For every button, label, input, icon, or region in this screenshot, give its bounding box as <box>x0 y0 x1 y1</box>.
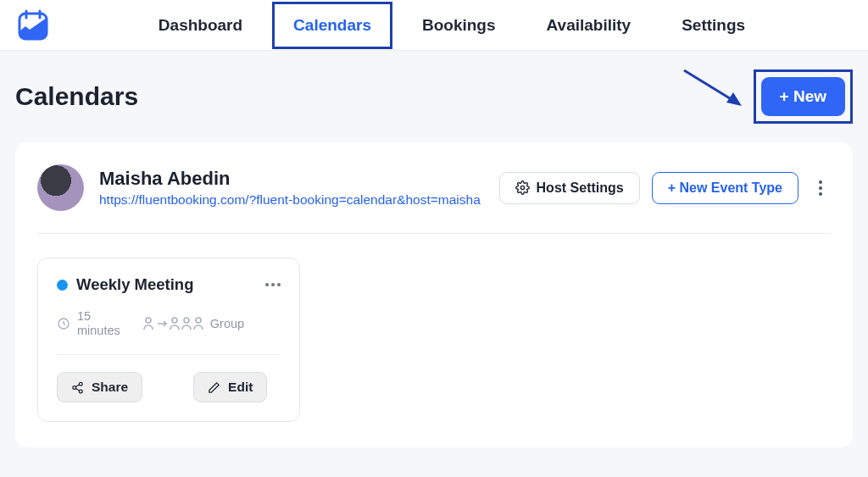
share-icon <box>71 381 84 394</box>
host-avatar[interactable] <box>37 164 84 211</box>
page-header: Calendars + New <box>15 69 853 124</box>
new-event-type-button[interactable]: + New Event Type <box>652 172 798 204</box>
nav-calendars[interactable]: Calendars <box>272 2 392 49</box>
event-list: Weekly Meeting 15 minutes <box>37 234 831 422</box>
event-footer: Share Edit <box>57 372 281 402</box>
pencil-icon <box>208 381 220 394</box>
app-logo[interactable] <box>15 8 51 43</box>
event-more-menu[interactable] <box>265 283 281 286</box>
svg-point-13 <box>79 390 82 393</box>
host-name: Maisha Abedin <box>99 168 484 190</box>
svg-point-10 <box>196 318 201 323</box>
clock-icon <box>57 317 70 330</box>
event-type: Group <box>142 316 244 331</box>
host-card: Maisha Abedin https://fluentbooking.com/… <box>15 142 853 447</box>
nav-settings[interactable]: Settings <box>660 2 766 49</box>
edit-button[interactable]: Edit <box>193 372 267 402</box>
event-type-label: Group <box>210 317 244 330</box>
group-icon <box>142 316 203 331</box>
svg-line-3 <box>684 70 737 103</box>
svg-point-5 <box>520 186 524 189</box>
main-nav: Dashboard Calendars Bookings Availabilit… <box>51 2 853 49</box>
svg-point-9 <box>184 318 189 323</box>
new-event-type-label: + New Event Type <box>668 180 782 196</box>
event-duration: 15 minutes <box>57 309 120 337</box>
host-settings-button[interactable]: Host Settings <box>499 172 640 204</box>
svg-point-11 <box>79 382 82 385</box>
new-calendar-button[interactable]: + New <box>761 77 845 116</box>
host-url-link[interactable]: https://fluentbooking.com/?fluent-bookin… <box>99 192 484 208</box>
event-card[interactable]: Weekly Meeting 15 minutes <box>37 258 300 422</box>
page-title: Calendars <box>15 82 138 111</box>
edit-label: Edit <box>228 380 253 395</box>
svg-marker-4 <box>726 92 742 106</box>
gear-icon <box>515 180 530 195</box>
new-button-highlight: + New <box>754 69 853 124</box>
svg-point-7 <box>146 318 151 323</box>
host-header: Maisha Abedin https://fluentbooking.com/… <box>37 164 831 234</box>
host-more-menu[interactable] <box>810 178 831 198</box>
svg-point-12 <box>73 385 76 389</box>
svg-line-14 <box>75 388 79 391</box>
nav-bookings[interactable]: Bookings <box>401 2 517 49</box>
event-title: Weekly Meeting <box>76 275 193 294</box>
event-color-dot <box>57 280 68 291</box>
event-duration-unit: minutes <box>77 324 120 338</box>
host-info: Maisha Abedin https://fluentbooking.com/… <box>99 168 484 208</box>
host-actions: Host Settings + New Event Type <box>499 172 831 204</box>
annotation-arrow-icon <box>681 67 748 114</box>
nav-dashboard[interactable]: Dashboard <box>137 2 264 49</box>
event-head: Weekly Meeting <box>57 275 281 294</box>
topbar: Dashboard Calendars Bookings Availabilit… <box>0 0 868 51</box>
event-meta: 15 minutes Group <box>57 309 281 355</box>
host-settings-label: Host Settings <box>537 180 624 196</box>
nav-availability[interactable]: Availability <box>526 2 653 49</box>
share-button[interactable]: Share <box>57 372 142 402</box>
page-content: Calendars + New Maisha Abedin https://fl… <box>0 51 868 477</box>
event-duration-value: 15 <box>77 309 120 324</box>
svg-point-8 <box>172 318 177 323</box>
share-label: Share <box>92 380 128 395</box>
svg-line-15 <box>75 385 79 387</box>
